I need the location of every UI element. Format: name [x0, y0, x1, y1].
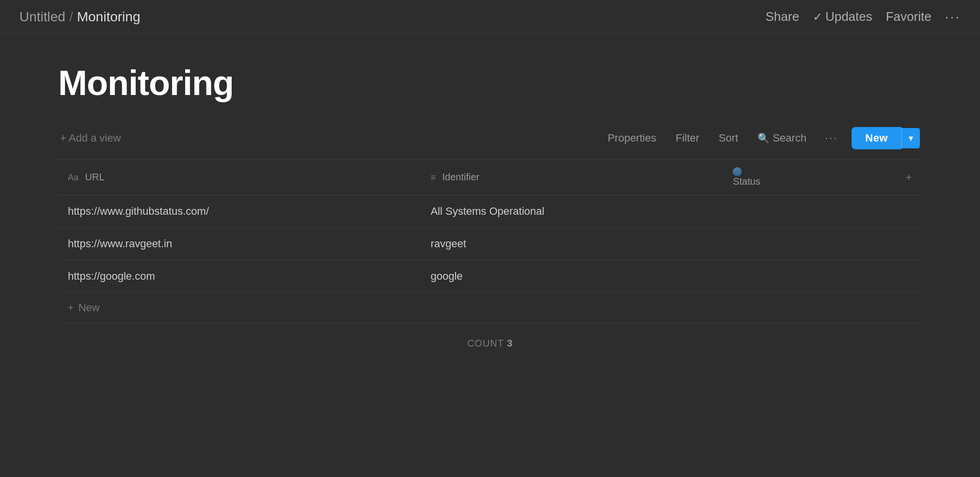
cell-identifier-1[interactable]: All Systems Operational [421, 195, 723, 228]
new-row-plus-icon: + [68, 302, 74, 314]
status-column-label: Status [733, 176, 760, 187]
toolbar-more-button[interactable]: ··· [821, 130, 842, 146]
table-row: https://www.githubstatus.com/ All System… [58, 195, 922, 228]
toolbar: + Add a view Properties Filter Sort 🔍 Se… [58, 127, 922, 149]
header: Untitled / Monitoring Share ✓ Updates Fa… [0, 0, 980, 34]
updates-button[interactable]: ✓ Updates [813, 9, 872, 24]
favorite-button[interactable]: Favorite [886, 9, 932, 24]
header-more-button[interactable]: ··· [945, 9, 961, 25]
status-column-icon [733, 167, 882, 176]
filter-label: Filter [676, 132, 699, 144]
favorite-label: Favorite [886, 9, 932, 24]
cell-status-1 [723, 195, 896, 228]
table-header-row: Aa URL ≡ Identifier Status + [58, 159, 922, 195]
count-label: COUNT [467, 338, 504, 349]
main-content: Monitoring + Add a view Properties Filte… [0, 34, 980, 383]
header-actions: Share ✓ Updates Favorite ··· [766, 9, 961, 25]
cell-status-3 [723, 260, 896, 293]
search-icon: 🔍 [758, 132, 770, 144]
filter-button[interactable]: Filter [671, 129, 704, 147]
breadcrumb-untitled[interactable]: Untitled [19, 9, 65, 25]
cell-status-2 [723, 228, 896, 260]
search-button[interactable]: 🔍 Search [753, 129, 811, 147]
breadcrumb-current: Monitoring [77, 9, 141, 25]
new-row-button[interactable]: + New [58, 293, 922, 323]
sort-button[interactable]: Sort [714, 129, 743, 147]
cell-url-2[interactable]: https://www.ravgeet.in [58, 228, 421, 260]
cell-add-3 [896, 260, 922, 293]
identifier-column-label: Identifier [443, 172, 480, 182]
column-header-url[interactable]: Aa URL [58, 159, 421, 195]
cell-add-1 [896, 195, 922, 228]
new-button[interactable]: New [852, 127, 901, 149]
add-view-button[interactable]: + Add a view [60, 132, 121, 144]
share-button[interactable]: Share [766, 9, 799, 24]
properties-label: Properties [608, 132, 656, 144]
search-label: Search [773, 132, 806, 144]
count-value: 3 [507, 338, 513, 349]
properties-button[interactable]: Properties [603, 129, 661, 147]
url-column-label: URL [85, 172, 105, 182]
updates-label: Updates [825, 9, 872, 24]
share-label: Share [766, 9, 799, 24]
breadcrumb: Untitled / Monitoring [19, 9, 140, 25]
count-row: COUNT 3 [58, 323, 922, 364]
breadcrumb-separator: / [69, 9, 73, 25]
table-container: Aa URL ≡ Identifier Status + [58, 159, 922, 364]
data-table: Aa URL ≡ Identifier Status + [58, 159, 922, 293]
cell-url-1[interactable]: https://www.githubstatus.com/ [58, 195, 421, 228]
new-button-group: New ▾ [852, 127, 920, 149]
table-row: https://www.ravgeet.in ravgeet [58, 228, 922, 260]
column-header-status[interactable]: Status [723, 159, 896, 195]
cell-url-3[interactable]: https://google.com [58, 260, 421, 293]
column-header-identifier[interactable]: ≡ Identifier [421, 159, 723, 195]
cell-identifier-3[interactable]: google [421, 260, 723, 293]
new-row-label: New [79, 302, 100, 314]
add-view-label: + Add a view [60, 132, 121, 144]
new-dropdown-button[interactable]: ▾ [901, 128, 920, 148]
url-column-icon: Aa [68, 173, 79, 182]
add-column-button[interactable]: + [906, 171, 912, 184]
sort-label: Sort [719, 132, 738, 144]
cell-identifier-2[interactable]: ravgeet [421, 228, 723, 260]
column-add: + [896, 159, 922, 195]
toolbar-actions: Properties Filter Sort 🔍 Search ··· New … [603, 127, 920, 149]
page-title: Monitoring [58, 63, 922, 103]
identifier-column-icon: ≡ [430, 173, 436, 182]
checkmark-icon: ✓ [813, 10, 822, 24]
table-row: https://google.com google [58, 260, 922, 293]
cell-add-2 [896, 228, 922, 260]
